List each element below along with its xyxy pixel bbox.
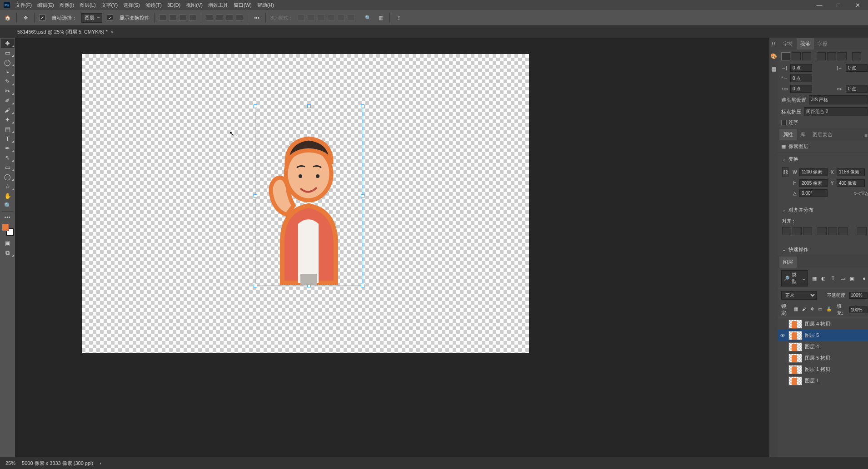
para-align-center-icon[interactable] xyxy=(792,52,801,60)
transform-section-header[interactable]: 变换 xyxy=(778,153,868,165)
indent-first-input[interactable] xyxy=(790,74,812,82)
tab-character[interactable]: 字符 xyxy=(779,38,797,49)
filter-toggle-icon[interactable]: ● xyxy=(861,275,868,282)
show-transform-checkbox[interactable] xyxy=(107,15,113,21)
color-swatches[interactable] xyxy=(2,224,14,236)
menu-view[interactable]: 视图(V) xyxy=(186,2,203,9)
opacity-input[interactable] xyxy=(849,292,868,299)
layer-name[interactable]: 图层 5 拷贝 xyxy=(805,355,830,361)
menu-window[interactable]: 窗口(W) xyxy=(234,2,252,9)
window-close-icon[interactable]: ✕ xyxy=(851,2,864,9)
filter-shape-icon[interactable]: ▭ xyxy=(839,275,846,282)
align-dist-icon[interactable] xyxy=(189,15,196,21)
lock-transparent-icon[interactable]: ▦ xyxy=(794,306,800,313)
marquee-ellipse-tool[interactable]: ◯ xyxy=(1,58,15,67)
hand-tool[interactable]: ✋ xyxy=(1,191,15,201)
layer-row[interactable]: 图层 4 xyxy=(778,341,868,352)
angle-input[interactable] xyxy=(799,189,828,197)
layer-name[interactable]: 图层 1 拷贝 xyxy=(805,366,830,373)
close-tab-icon[interactable]: × xyxy=(110,29,113,35)
search-icon[interactable]: 🔍 xyxy=(364,14,372,22)
quick-select-tool[interactable]: ✎ xyxy=(1,77,15,86)
align-c-icon[interactable] xyxy=(793,227,802,235)
layer-name[interactable]: 图层 4 拷贝 xyxy=(805,321,830,327)
gradient-tool[interactable]: ▤ xyxy=(1,124,15,134)
lock-position-icon[interactable]: ✥ xyxy=(810,306,816,313)
filter-pixel-icon[interactable]: ▦ xyxy=(811,275,818,282)
zoom-tool[interactable]: 🔍 xyxy=(1,201,15,210)
swatches-panel-icon[interactable]: ▦ xyxy=(769,65,778,73)
align-bottom-icon[interactable] xyxy=(226,15,233,21)
pen-tool[interactable]: ✒ xyxy=(1,143,15,153)
align-m-icon[interactable] xyxy=(828,227,837,235)
panel-menu-icon[interactable]: ≡ xyxy=(861,130,868,140)
menu-plugins[interactable]: 增效工具 xyxy=(208,2,228,9)
filter-type-icon[interactable]: T xyxy=(830,275,837,282)
layer-row[interactable]: 图层 4 拷贝 xyxy=(778,318,868,330)
layer-name[interactable]: 图层 1 xyxy=(805,377,819,384)
crop-tool[interactable]: ✂ xyxy=(1,86,15,96)
align-l-icon[interactable] xyxy=(782,227,791,235)
document-tab[interactable]: 5814569.psd @ 25% (图层 5, CMYK/8) * × xyxy=(13,27,118,37)
layer-thumbnail[interactable] xyxy=(788,365,802,374)
fill-input[interactable] xyxy=(849,306,868,313)
auto-select-target-select[interactable]: 图层 xyxy=(81,13,102,23)
flip-h-icon[interactable]: ▷◁ xyxy=(854,191,859,196)
align-b-icon[interactable] xyxy=(838,227,848,235)
share-icon[interactable]: ⇪ xyxy=(394,14,403,22)
more-options-icon[interactable]: ••• xyxy=(253,14,261,22)
type-tool[interactable]: T xyxy=(1,134,15,143)
custom-shape-tool[interactable]: ☆ xyxy=(1,182,15,191)
menu-layer[interactable]: 图层(L) xyxy=(80,2,95,9)
tab-layer-comps[interactable]: 图层复合 xyxy=(809,129,836,140)
height-input[interactable] xyxy=(799,179,828,187)
align-more-icon[interactable] xyxy=(858,227,867,235)
flip-v-icon[interactable]: ▽△ xyxy=(861,191,867,196)
para-justify-all-icon[interactable] xyxy=(852,52,861,60)
filter-smart-icon[interactable]: ▣ xyxy=(848,275,855,282)
tab-paragraph[interactable]: 段落 xyxy=(797,38,814,49)
arrange-docs-icon[interactable]: ▥ xyxy=(377,14,385,22)
marquee-tool[interactable]: ▭ xyxy=(1,48,15,58)
menu-type[interactable]: 文字(Y) xyxy=(101,2,118,9)
window-maximize-icon[interactable]: □ xyxy=(832,2,845,9)
menu-file[interactable]: 文件(F) xyxy=(15,2,32,9)
lock-image-icon[interactable]: 🖌 xyxy=(802,306,808,313)
lock-nest-icon[interactable]: ▭ xyxy=(818,306,824,313)
tab-glyphs[interactable]: 字形 xyxy=(814,38,831,49)
align-left-icon[interactable] xyxy=(159,15,166,21)
align-r-icon[interactable] xyxy=(803,227,812,235)
para-justify-last-right-icon[interactable] xyxy=(838,52,847,60)
menu-select[interactable]: 选择(S) xyxy=(123,2,140,9)
tab-layers[interactable]: 图层 xyxy=(779,257,797,268)
screen-mode-icon[interactable]: ⧉ xyxy=(1,248,15,257)
eyedropper-tool[interactable]: ✐ xyxy=(1,96,15,105)
layer-filter-select[interactable]: 🔎 类型 ⌄ xyxy=(781,270,808,286)
space-before-input[interactable] xyxy=(790,85,812,93)
blend-mode-select[interactable]: 正常 xyxy=(781,291,817,300)
lasso-tool[interactable]: ⌁ xyxy=(1,67,15,77)
align-vcenter-icon[interactable] xyxy=(216,15,223,21)
para-justify-last-left-icon[interactable] xyxy=(817,52,826,60)
link-wh-icon[interactable]: ⛓ xyxy=(782,167,788,177)
x-input[interactable] xyxy=(837,168,865,176)
color-panel-icon[interactable]: 🎨 xyxy=(769,52,778,60)
edit-toolbar-icon[interactable]: ••• xyxy=(1,212,15,222)
tab-libraries[interactable]: 库 xyxy=(797,129,809,140)
indent-right-input[interactable] xyxy=(846,64,868,72)
home-icon[interactable]: 🏠 xyxy=(4,14,12,22)
align-section-header[interactable]: 对齐并分布 xyxy=(778,204,868,216)
layer-thumbnail[interactable] xyxy=(788,376,802,385)
para-align-right-icon[interactable] xyxy=(802,52,811,60)
tab-properties[interactable]: 属性 xyxy=(779,129,797,140)
window-minimize-icon[interactable]: — xyxy=(813,2,826,9)
clone-tool[interactable]: ✦ xyxy=(1,115,15,124)
mojikumi-select[interactable]: 间距组合 2 xyxy=(804,107,868,116)
layer-thumbnail[interactable] xyxy=(788,331,802,340)
ellipse-shape-tool[interactable]: ◯ xyxy=(1,172,15,182)
indent-left-input[interactable] xyxy=(790,64,812,72)
hyphenate-checkbox[interactable] xyxy=(781,120,787,125)
move-tool[interactable]: ✥ xyxy=(1,39,15,48)
quick-actions-header[interactable]: 快速操作 xyxy=(778,243,868,256)
filter-adjust-icon[interactable]: ◐ xyxy=(820,275,827,282)
